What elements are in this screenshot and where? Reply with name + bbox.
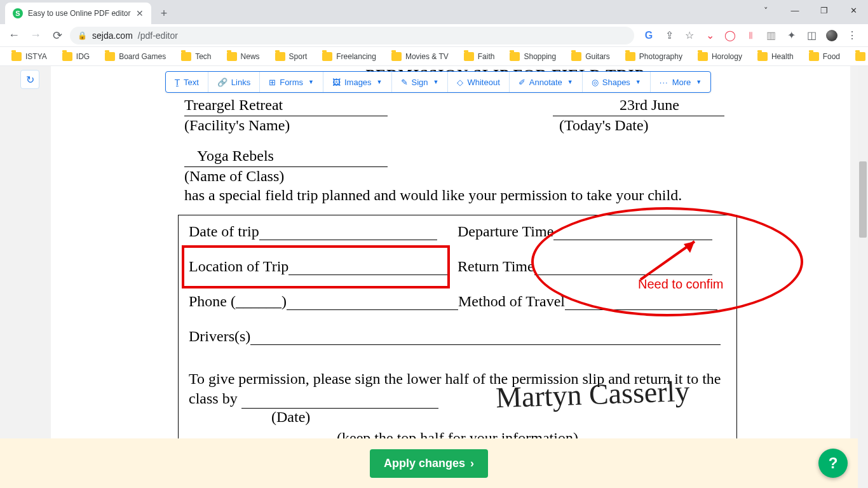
bookmark-folder[interactable]: Email	[849, 52, 868, 61]
tb-sign[interactable]: ✎Sign▼	[392, 72, 449, 92]
menu-icon[interactable]: ⋮	[846, 30, 858, 41]
tb-text[interactable]: ṮText	[166, 72, 208, 92]
signature[interactable]: Martyn Casserly	[495, 374, 690, 415]
extension-icon-2[interactable]: ▥	[765, 30, 776, 41]
bookmark-folder[interactable]: Health	[751, 52, 800, 61]
share-icon[interactable]: ⇪	[663, 30, 675, 41]
bookmark-folder[interactable]: Movies & TV	[385, 52, 455, 61]
folder-icon	[227, 52, 237, 61]
pdf-document[interactable]: PERMISSION SLIP FOR FIELD TRIP Treargel …	[51, 66, 850, 440]
caret-icon: ▼	[567, 79, 573, 85]
annotation-text[interactable]: Need to confim	[638, 277, 724, 292]
sidepanel-icon[interactable]: ◫	[806, 30, 817, 41]
pocket-icon[interactable]: ⌄	[704, 30, 715, 41]
scrollbar[interactable]	[858, 66, 868, 488]
shapes-icon: ◎	[592, 78, 599, 87]
folder-icon	[275, 52, 285, 61]
folder-icon	[11, 52, 22, 61]
window-close-button[interactable]: ✕	[839, 0, 868, 20]
folder-icon	[855, 52, 865, 61]
blank-line[interactable]	[250, 332, 721, 345]
bookmark-folder[interactable]: Food	[803, 52, 846, 61]
blank-line[interactable]	[287, 297, 458, 310]
folder-icon	[625, 52, 635, 61]
folder-icon	[571, 52, 581, 61]
folder-icon	[464, 52, 474, 61]
bookmark-folder[interactable]: ISTYA	[5, 52, 53, 61]
forward-button[interactable]: →	[27, 27, 44, 44]
url-host: sejda.com	[92, 30, 133, 41]
tb-annotate[interactable]: ✐Annotate▼	[510, 72, 583, 92]
scrollbar-thumb[interactable]	[859, 161, 867, 238]
window-controls: ˅ — ❐ ✕	[751, 0, 868, 20]
profile-avatar[interactable]	[826, 30, 837, 41]
blank-line[interactable]	[241, 396, 438, 409]
address-bar: ← → ⟳ 🔒 sejda.com/pdf-editor G ⇪ ☆ ⌄ ◯ ⦀…	[0, 24, 868, 47]
annotation-rectangle[interactable]	[182, 245, 450, 288]
window-minimize-button[interactable]: —	[780, 0, 810, 20]
text-icon: Ṯ	[175, 78, 180, 87]
annotate-icon: ✐	[519, 78, 526, 87]
bookmark-folder[interactable]: Tech	[175, 52, 217, 61]
tb-images[interactable]: 🖼Images▼	[323, 72, 392, 92]
extensions-icon[interactable]: ✦	[785, 30, 797, 41]
blank-line[interactable]	[259, 227, 437, 240]
bookmarks-bar: ISTYA IDG Board Games Tech News Sport Fr…	[0, 47, 868, 66]
google-icon[interactable]: G	[643, 30, 654, 41]
toolbar-icons: G ⇪ ☆ ⌄ ◯ ⦀ ▥ ✦ ◫ ⋮	[638, 30, 863, 41]
bookmark-folder[interactable]: Photography	[619, 52, 689, 61]
forms-icon: ⊞	[269, 78, 276, 87]
browser-titlebar: S Easy to use Online PDF editor ✕ + ˅ — …	[0, 0, 868, 24]
folder-icon	[510, 52, 520, 61]
underline	[184, 116, 388, 116]
tb-more[interactable]: ···More▼	[651, 72, 710, 92]
extension-icon-1[interactable]: ⦀	[745, 30, 756, 41]
facility-value[interactable]: Treargel Retreat	[184, 97, 283, 114]
link-icon: 🔗	[217, 78, 227, 87]
star-icon[interactable]: ☆	[684, 30, 695, 41]
new-tab-button[interactable]: +	[155, 4, 173, 22]
whiteout-icon: ◇	[457, 78, 463, 87]
apply-changes-button[interactable]: Apply changes ›	[370, 449, 488, 478]
facility-label: (Facility's Name)	[184, 117, 290, 134]
bookmark-folder[interactable]: Board Games	[98, 52, 172, 61]
browser-tab[interactable]: S Easy to use Online PDF editor ✕	[5, 3, 151, 24]
folder-icon	[809, 52, 819, 61]
caret-icon: ▼	[696, 79, 702, 85]
bookmark-folder[interactable]: Guitars	[565, 52, 616, 61]
bookmark-folder[interactable]: Faith	[458, 52, 501, 61]
help-button[interactable]: ?	[818, 449, 848, 478]
bookmark-folder[interactable]: Shopping	[503, 52, 562, 61]
folder-icon	[698, 52, 708, 61]
folder-icon	[105, 52, 115, 61]
field-label: Departure Time	[458, 223, 553, 240]
bookmark-folder[interactable]: IDG	[56, 52, 96, 61]
tb-forms[interactable]: ⊞Forms▼	[260, 72, 323, 92]
tab-close-icon[interactable]: ✕	[136, 8, 144, 18]
sign-icon: ✎	[401, 78, 408, 87]
underline	[553, 116, 724, 116]
field-label: Return Time	[458, 258, 534, 274]
body-text: has a special field trip planned and wou…	[184, 187, 682, 204]
bookmark-folder[interactable]: News	[220, 52, 266, 61]
chevron-down-icon[interactable]: ˅	[751, 0, 780, 20]
caret-icon: ▼	[635, 79, 641, 85]
tb-links[interactable]: 🔗Links	[208, 72, 260, 92]
chevron-right-icon: ›	[470, 457, 474, 470]
rotate-button[interactable]: ↻	[20, 70, 39, 89]
window-maximize-button[interactable]: ❐	[810, 0, 839, 20]
tb-shapes[interactable]: ◎Shapes▼	[583, 72, 651, 92]
tb-whiteout[interactable]: ◇Whiteout	[448, 72, 509, 92]
class-value[interactable]: Yoga Rebels	[197, 147, 274, 165]
bookmark-folder[interactable]: Freelancing	[316, 52, 383, 61]
date-value[interactable]: 23rd June	[620, 97, 679, 114]
caret-icon: ▼	[433, 79, 439, 85]
back-button[interactable]: ←	[5, 27, 23, 44]
folder-icon	[181, 52, 191, 61]
bookmark-folder[interactable]: Horology	[691, 52, 749, 61]
adblock-icon[interactable]: ◯	[724, 30, 736, 41]
reload-button[interactable]: ⟳	[48, 27, 66, 44]
field-label: Drivers(s)	[189, 328, 250, 344]
bookmark-folder[interactable]: Sport	[269, 52, 314, 61]
url-field[interactable]: 🔒 sejda.com/pdf-editor	[70, 27, 634, 44]
